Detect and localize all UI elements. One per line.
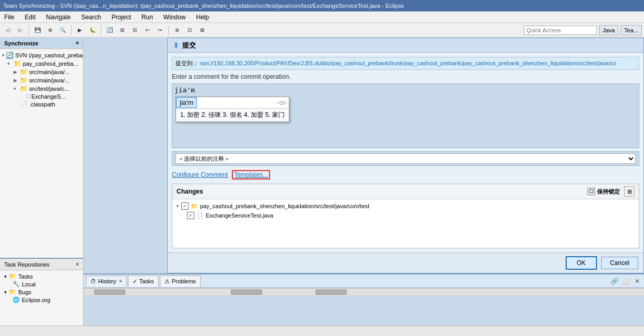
task-item-eclipse[interactable]: 🌐 Eclipse.org [4, 296, 79, 304]
enter-comment-label: Enter a comment for the commit operation… [172, 73, 639, 80]
tree-item-main1[interactable]: ▶ 📁 src/main/java/... [0, 68, 83, 76]
quick-access-input[interactable] [524, 26, 597, 35]
task-item-tasks[interactable]: ▾ 📁 Tasks [4, 272, 79, 280]
dialog-title: 提交 [182, 41, 196, 50]
toolbar-nav1[interactable]: ⊞ [116, 25, 128, 36]
task-label-tasks: Tasks [18, 273, 33, 280]
prev-comment-select[interactable]: ＜选择以前的注释＞ [175, 153, 636, 164]
commit-path-text: svn://192.168.30.200/Product/PAY/Dev/J.B… [200, 60, 616, 66]
commit-path-bar: 提交到： svn://192.168.30.200/Product/PAY/De… [172, 57, 639, 70]
menu-project[interactable]: Project [109, 13, 133, 22]
menu-search[interactable]: Search [79, 13, 103, 22]
folder-label: pay_cashout_prebank_shenzhen_liquidation… [200, 203, 369, 209]
toolbar-save[interactable]: 💾 [32, 25, 43, 36]
tree-label-classpath: .classpath [29, 101, 55, 107]
commit-to-label: 提交到： [175, 60, 198, 66]
folder-checkbox[interactable] [181, 202, 189, 210]
toolbar-run[interactable]: ▶ [74, 25, 86, 36]
ok-button[interactable]: OK [566, 256, 597, 270]
tree-label-pay: pay_cashout_preba... [23, 61, 78, 67]
cancel-button[interactable]: Cancel [601, 257, 638, 269]
task-label-local: Local [22, 281, 36, 287]
toolbar-nav3[interactable]: ↩ [142, 25, 153, 36]
tree-item-exchange[interactable]: ▶ ☐ ExchangeS... [0, 93, 83, 100]
toolbar-sync[interactable]: 🔄 [104, 25, 115, 36]
task-label-eclipse: Eclipse.org [22, 297, 50, 303]
toolbar-debug[interactable]: 🐛 [87, 25, 98, 36]
file-checkbox[interactable] [187, 212, 194, 219]
keep-locked-checkbox[interactable]: ☐ 保持锁定 [588, 188, 620, 196]
tasks-icon: ✓ [133, 278, 137, 285]
bottom-action-close[interactable]: ✕ [633, 277, 642, 286]
scrollbar-thumb2[interactable] [231, 290, 262, 295]
left-panel: Synchronize × ▾ 🔄 SVN (/pay_cashout_preb… [0, 38, 84, 326]
synchronize-tab-close[interactable]: × [76, 40, 79, 46]
quick-access-area: Java Tea... [524, 25, 642, 35]
tree-item-svn[interactable]: ▾ 🔄 SVN (/pay_cashout_prebank... [0, 51, 83, 59]
autocomplete-list[interactable]: 1. 加密 2. 佳咪 3. 假名 4. 加盟 5. 家门 [176, 109, 289, 122]
changes-btn1[interactable]: ⊞ [624, 186, 635, 197]
perspective-java-btn[interactable]: Java [599, 25, 618, 35]
tab-problems[interactable]: ⚠ Problems [160, 275, 201, 287]
toolbar: ◁ ▷ 💾 ⊕ 🔍 ▶ 🐛 🔄 ⊞ ⊟ ↩ ↪ ⊕ ⊡ ⊠ Java Tea..… [0, 23, 644, 38]
menu-navigate[interactable]: Navigate [44, 13, 73, 22]
tree-arrow-main2: ▶ [14, 78, 19, 83]
autocomplete-prev[interactable]: ◁ [277, 100, 282, 105]
keep-locked-check[interactable]: ☐ [588, 188, 595, 195]
main-layout: Synchronize × ▾ 🔄 SVN (/pay_cashout_preb… [0, 38, 644, 326]
toolbar-btn2[interactable]: ⊕ [44, 25, 56, 36]
tab-tasks[interactable]: ✓ Tasks [128, 275, 159, 287]
tree-icon-classpath: 📄 [20, 101, 28, 108]
toolbar-forward[interactable]: ▷ [15, 25, 26, 36]
perspective-team-btn[interactable]: Tea... [620, 25, 642, 35]
toolbar-nav4[interactable]: ↪ [154, 25, 166, 36]
scrollbar-thumb3[interactable] [315, 290, 347, 295]
tree-badge-exchange: ☐ [26, 94, 30, 99]
title-bar: Team Synchronizing - SVN (/pay_cas...n_l… [0, 0, 644, 11]
keep-locked-label: 保持锁定 [597, 188, 620, 196]
tree-item-pay[interactable]: ▾ 📁 pay_cashout_preba... [0, 59, 83, 68]
tree-arrow-test: ▾ [14, 86, 19, 91]
autocomplete-next[interactable]: ▷ [283, 100, 287, 105]
tree-item-classpath[interactable]: ▶ 📄 .classpath [0, 100, 83, 109]
menu-help[interactable]: Help [194, 13, 212, 22]
tab-history[interactable]: ⏱ History × [86, 275, 127, 287]
toolbar-extra1[interactable]: ⊕ [171, 25, 183, 36]
synchronize-tab[interactable]: Synchronize × [0, 38, 83, 49]
menu-edit[interactable]: Edit [22, 13, 38, 22]
toolbar-back[interactable]: ◁ [2, 25, 14, 36]
bottom-action-link[interactable]: 🔗 [610, 277, 619, 286]
prev-comment-bar: ＜选择以前的注释＞ [172, 151, 639, 166]
task-item-local[interactable]: 🔧 Local [4, 280, 79, 288]
changes-tree-folder[interactable]: ▾ 📁 pay_cashout_prebank_shenzhen_liquida… [174, 201, 637, 211]
tree-icon-main1: 📁 [20, 68, 28, 76]
tree-item-main2[interactable]: ▶ 📁 src/main/java/... [0, 76, 83, 85]
tree-icon-svn: 🔄 [6, 52, 14, 59]
task-repositories-tab[interactable]: Task Repositories × [0, 259, 83, 270]
menu-file[interactable]: File [2, 13, 16, 22]
scrollbar-thumb[interactable] [94, 290, 125, 295]
title-text: Team Synchronizing - SVN (/pay_cas...n_l… [3, 3, 404, 9]
toolbar-extra2[interactable]: ⊡ [184, 25, 195, 36]
changes-tree-file[interactable]: 📄 ExchangeServiceTest.java [174, 211, 637, 220]
toolbar-sep-1 [29, 26, 29, 35]
toolbar-extra3[interactable]: ⊠ [196, 25, 208, 36]
commit-dialog: ⬆ 提交 提交到： svn://192.168.30.200/Product/P… [167, 38, 644, 273]
problems-label: Problems [172, 278, 196, 284]
task-item-bugs[interactable]: ▾ 📁 Bugs [4, 288, 79, 296]
task-tab-close[interactable]: × [76, 261, 79, 267]
tree-item-test[interactable]: ▾ 📁 src/test/java/c... [0, 85, 83, 93]
dialog-footer: OK Cancel [168, 253, 643, 273]
bottom-action-maximize[interactable]: ⬜ [621, 277, 630, 286]
menu-run[interactable]: Run [139, 13, 155, 22]
autocomplete-nav: ◁ ▷ [275, 100, 289, 105]
templates-link[interactable]: Templates... [232, 170, 270, 179]
scrollbar-h[interactable] [84, 288, 644, 295]
history-close[interactable]: × [119, 279, 122, 284]
links-row: Configure Comment Templates... [172, 169, 639, 181]
menu-window[interactable]: Window [161, 13, 188, 22]
toolbar-nav2[interactable]: ⊟ [129, 25, 140, 36]
autocomplete-input-row: jia'm ◁ ▷ [176, 97, 289, 109]
configure-comment-link[interactable]: Configure Comment [172, 171, 228, 178]
toolbar-btn3[interactable]: 🔍 [57, 25, 68, 36]
